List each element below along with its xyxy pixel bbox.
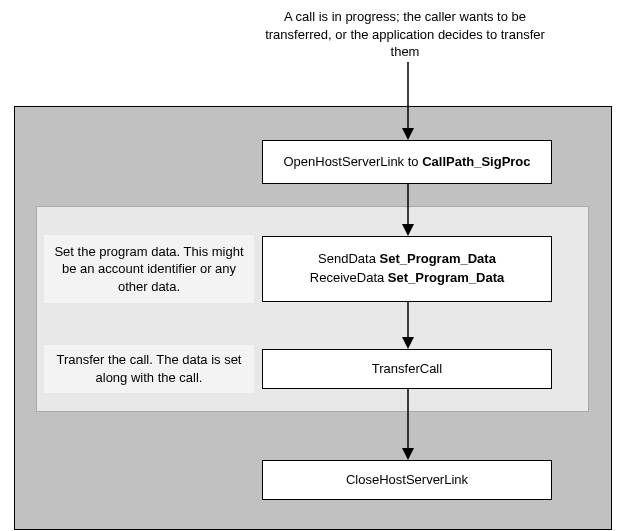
step-plain-text: ReceiveData	[310, 270, 388, 285]
note-set-program-data: Set the program data. This might be an a…	[44, 235, 254, 303]
step-line2: ReceiveData Set_Program_Data	[310, 269, 504, 288]
step-bold-text: CallPath_SigProc	[422, 154, 530, 169]
step-send-receive-data: SendData Set_Program_Data ReceiveData Se…	[262, 236, 552, 302]
note-text: Set the program data. This might be an a…	[54, 243, 244, 296]
step-plain-text: SendData	[318, 251, 379, 266]
step-line1: SendData Set_Program_Data	[318, 250, 496, 269]
step-transfer-call: TransferCall	[262, 349, 552, 389]
step-label: CloseHostServerLink	[346, 471, 468, 490]
arrow-step2-to-step3	[407, 302, 409, 349]
step-bold-text: Set_Program_Data	[380, 251, 496, 266]
step-bold-text: Set_Program_Data	[388, 270, 504, 285]
arrow-step3-to-step4	[407, 389, 409, 460]
step-open-host-server-link: OpenHostServerLink to CallPath_SigProc	[262, 140, 552, 184]
diagram-canvas: A call is in progress; the caller wants …	[0, 0, 623, 531]
step-close-host-server-link: CloseHostServerLink	[262, 460, 552, 500]
arrow-step1-to-step2	[407, 184, 409, 236]
step-plain-text: OpenHostServerLink to	[283, 154, 422, 169]
arrow-caption-to-step1	[407, 62, 409, 140]
note-text: Transfer the call. The data is set along…	[54, 351, 244, 386]
note-transfer-call: Transfer the call. The data is set along…	[44, 345, 254, 393]
caption-text: A call is in progress; the caller wants …	[260, 8, 550, 61]
step-label: OpenHostServerLink to CallPath_SigProc	[283, 153, 530, 172]
step-label: TransferCall	[372, 360, 442, 379]
